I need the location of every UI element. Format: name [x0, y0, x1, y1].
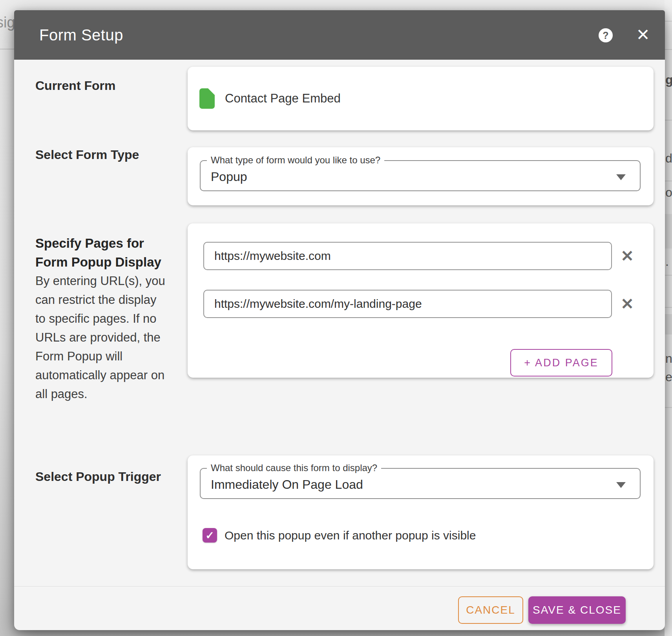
- background-row-band: [665, 214, 672, 249]
- background-text-fragment: na: [665, 351, 672, 366]
- modal-title: Form Setup: [39, 10, 123, 60]
- background-text-fragment: .: [665, 254, 669, 269]
- open-popup-checkbox[interactable]: ✓: [203, 528, 217, 543]
- form-type-select[interactable]: What type of form would you like to use?…: [200, 160, 641, 191]
- page-url-input-1[interactable]: [203, 242, 612, 270]
- form-type-card: What type of form would you like to use?…: [188, 147, 654, 205]
- background-text-fragment: d: [665, 151, 672, 166]
- remove-icon: ✕: [621, 247, 634, 265]
- close-icon: ✕: [636, 27, 650, 43]
- background-row-line: [665, 49, 672, 50]
- current-form-name: Contact Page Embed: [225, 91, 341, 106]
- background-text-fragment-left: sig: [0, 14, 15, 31]
- form-type-value: Popup: [211, 161, 247, 190]
- background-divider-left: [0, 49, 14, 49]
- popup-trigger-label: Select Popup Trigger: [35, 470, 161, 484]
- close-button[interactable]: ✕: [635, 27, 651, 43]
- background-row-line: [665, 307, 672, 308]
- help-button[interactable]: ?: [599, 28, 613, 42]
- document-fold: [208, 88, 215, 95]
- background-text-fragment: ot: [665, 185, 672, 200]
- pages-description: By entering URL(s), you can restrict the…: [35, 272, 167, 404]
- footer-divider: [14, 586, 665, 587]
- background-text-fragment: g: [665, 73, 672, 87]
- trigger-card: What should cause this form to display? …: [188, 455, 654, 569]
- open-popup-checkbox-label: Open this popup even if another popup is…: [225, 528, 476, 543]
- background-text-fragment: en: [665, 370, 672, 384]
- trigger-value: Immediately On Page Load: [211, 469, 363, 498]
- chevron-down-icon: [616, 482, 626, 488]
- background-row-line: [665, 407, 672, 408]
- remove-icon: ✕: [621, 295, 634, 313]
- chevron-down-icon: [616, 174, 626, 180]
- question-mark-icon: ?: [603, 30, 608, 41]
- background-row-line: [665, 275, 672, 276]
- save-close-button[interactable]: SAVE & CLOSE: [528, 596, 626, 624]
- background-row-line: [665, 21, 672, 22]
- remove-url-button-2[interactable]: ✕: [618, 294, 637, 313]
- modal-header: Form Setup ? ✕: [14, 10, 665, 60]
- page-url-input-2[interactable]: [203, 290, 612, 318]
- screen: sig g d ot . na en Form Setup ? ✕ Curren…: [0, 0, 672, 636]
- pages-description-block: Specify Pages for Form Popup Display By …: [35, 234, 167, 404]
- current-form-label: Current Form: [35, 79, 115, 93]
- add-page-button[interactable]: + ADD PAGE: [510, 349, 612, 376]
- pages-heading: Specify Pages for Form Popup Display: [35, 234, 167, 272]
- cancel-button[interactable]: CANCEL: [458, 596, 523, 624]
- current-form-card: Contact Page Embed: [188, 67, 654, 130]
- form-document-icon: [199, 88, 215, 109]
- background-table-sliver: g d ot . na en: [665, 0, 672, 636]
- remove-url-button-1[interactable]: ✕: [618, 247, 637, 265]
- background-row-line: [665, 120, 672, 121]
- background-row-line: [665, 181, 672, 181]
- pages-card: ✕ ✕ + ADD PAGE: [188, 223, 654, 378]
- trigger-select[interactable]: What should cause this form to display? …: [200, 468, 641, 499]
- checkmark-icon: ✓: [205, 529, 214, 542]
- background-row-band: [665, 314, 672, 334]
- form-type-label: Select Form Type: [35, 148, 139, 162]
- form-setup-modal: Form Setup ? ✕ Current Form Contact Page…: [14, 10, 665, 630]
